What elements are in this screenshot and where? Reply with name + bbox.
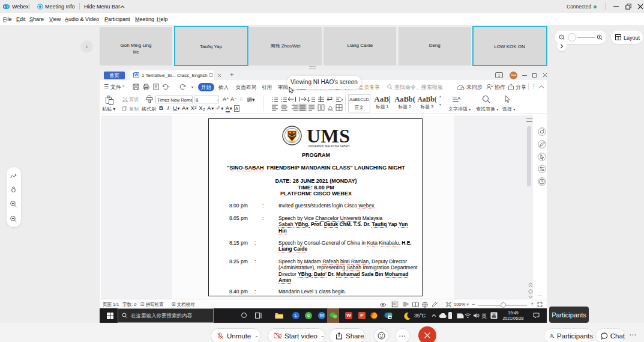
svg-text:A: A <box>457 96 461 101</box>
